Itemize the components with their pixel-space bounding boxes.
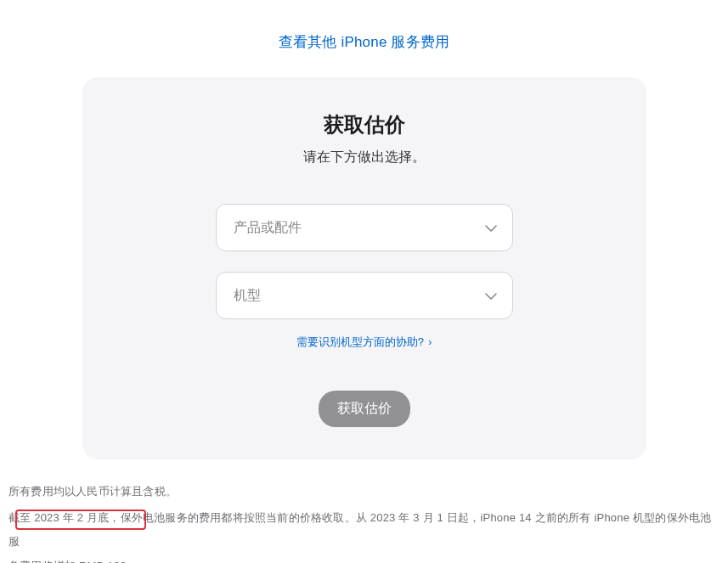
help-link-row: 需要识别机型方面的协助? ›	[82, 335, 646, 350]
other-service-fees-link[interactable]: 查看其他 iPhone 服务费用	[279, 34, 450, 50]
product-select-wrap: 产品或配件	[216, 204, 513, 251]
footnote-2: 截至 2023 年 2 月底，保外电池服务的费用都将按照当前的价格收取。从 20…	[8, 506, 720, 563]
estimate-card: 获取估价 请在下方做出选择。 产品或配件 机型 需要识别机型方面的协助? ›	[82, 77, 646, 459]
footnote-2b: 务费用将增加 RMB 169。	[8, 560, 138, 563]
footnote-1: 所有费用均以人民币计算且含税。	[8, 480, 720, 504]
model-select-wrap: 机型	[216, 272, 513, 319]
product-select[interactable]: 产品或配件	[216, 204, 513, 251]
identify-model-help-link[interactable]: 需要识别机型方面的协助? ›	[296, 335, 432, 348]
model-select[interactable]: 机型	[216, 272, 513, 319]
help-link-label: 需要识别机型方面的协助?	[296, 335, 424, 348]
card-subtitle: 请在下方做出选择。	[82, 149, 646, 166]
footnotes: 所有费用均以人民币计算且含税。 截至 2023 年 2 月底，保外电池服务的费用…	[0, 459, 728, 563]
chevron-down-icon	[485, 288, 497, 303]
footnote-2a: 截至 2023 年 2 月底，保外电池服务的费用都将按照当前的价格收取。从 20…	[8, 511, 711, 549]
get-estimate-button[interactable]: 获取估价	[319, 391, 410, 427]
product-select-placeholder: 产品或配件	[234, 219, 302, 237]
model-select-placeholder: 机型	[234, 287, 261, 305]
card-title: 获取估价	[82, 111, 646, 138]
top-link-row: 查看其他 iPhone 服务费用	[0, 0, 728, 77]
chevron-right-icon: ›	[426, 336, 432, 348]
chevron-down-icon	[485, 220, 497, 235]
